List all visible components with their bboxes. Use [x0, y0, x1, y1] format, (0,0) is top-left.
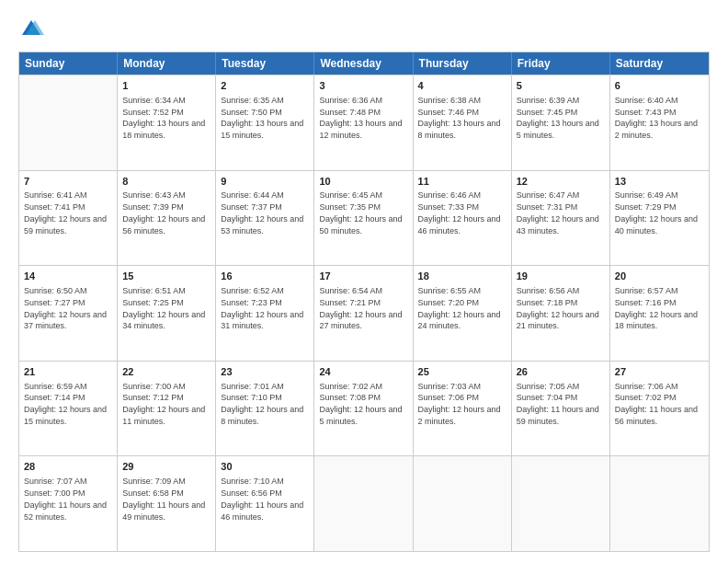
- day-info: Sunrise: 7:05 AM Sunset: 7:04 PM Dayligh…: [517, 382, 599, 426]
- day-number: 18: [418, 270, 506, 283]
- logo-icon: [18, 17, 44, 42]
- day-number: 29: [122, 460, 210, 474]
- header-day: Saturday: [610, 52, 709, 75]
- day-number: 26: [517, 365, 605, 379]
- calendar-cell: [314, 456, 413, 551]
- calendar-cell: [610, 456, 709, 551]
- day-number: 12: [517, 175, 605, 189]
- calendar-week: 21Sunrise: 6:59 AM Sunset: 7:14 PM Dayli…: [19, 361, 709, 456]
- day-number: 7: [24, 175, 112, 189]
- day-number: 2: [221, 79, 309, 93]
- day-number: 3: [319, 79, 407, 93]
- day-info: Sunrise: 6:55 AM Sunset: 7:20 PM Dayligh…: [418, 286, 501, 330]
- calendar-cell: 1Sunrise: 6:34 AM Sunset: 7:52 PM Daylig…: [118, 75, 216, 170]
- day-info: Sunrise: 7:06 AM Sunset: 7:02 PM Dayligh…: [615, 382, 698, 426]
- calendar-week: 28Sunrise: 7:07 AM Sunset: 7:00 PM Dayli…: [19, 455, 709, 551]
- day-number: 19: [517, 270, 605, 283]
- calendar-cell: 12Sunrise: 6:47 AM Sunset: 7:31 PM Dayli…: [512, 171, 610, 266]
- calendar-cell: 9Sunrise: 6:44 AM Sunset: 7:37 PM Daylig…: [216, 171, 314, 266]
- day-number: 15: [122, 270, 210, 283]
- day-info: Sunrise: 6:52 AM Sunset: 7:23 PM Dayligh…: [221, 286, 303, 330]
- day-info: Sunrise: 6:49 AM Sunset: 7:29 PM Dayligh…: [615, 190, 698, 235]
- day-number: 11: [418, 175, 506, 189]
- calendar-week: 14Sunrise: 6:50 AM Sunset: 7:27 PM Dayli…: [19, 265, 709, 361]
- calendar-cell: 26Sunrise: 7:05 AM Sunset: 7:04 PM Dayli…: [512, 362, 610, 456]
- header: [18, 17, 710, 42]
- calendar-cell: 10Sunrise: 6:45 AM Sunset: 7:35 PM Dayli…: [314, 171, 413, 266]
- day-number: 21: [24, 365, 112, 379]
- calendar-week: 7Sunrise: 6:41 AM Sunset: 7:41 PM Daylig…: [19, 170, 709, 266]
- day-info: Sunrise: 6:41 AM Sunset: 7:41 PM Dayligh…: [24, 190, 107, 235]
- day-number: 1: [122, 79, 210, 93]
- calendar-cell: 8Sunrise: 6:43 AM Sunset: 7:39 PM Daylig…: [118, 171, 216, 266]
- day-info: Sunrise: 6:56 AM Sunset: 7:18 PM Dayligh…: [517, 286, 599, 330]
- day-info: Sunrise: 6:51 AM Sunset: 7:25 PM Dayligh…: [122, 286, 205, 330]
- day-info: Sunrise: 6:54 AM Sunset: 7:21 PM Dayligh…: [319, 286, 402, 330]
- header-day: Sunday: [19, 52, 118, 75]
- calendar-cell: 22Sunrise: 7:00 AM Sunset: 7:12 PM Dayli…: [118, 362, 216, 456]
- calendar: SundayMondayTuesdayWednesdayThursdayFrid…: [18, 52, 710, 552]
- day-info: Sunrise: 6:38 AM Sunset: 7:46 PM Dayligh…: [418, 96, 501, 140]
- day-info: Sunrise: 7:01 AM Sunset: 7:10 PM Dayligh…: [221, 382, 303, 426]
- calendar-cell: 27Sunrise: 7:06 AM Sunset: 7:02 PM Dayli…: [610, 362, 709, 456]
- calendar-cell: [414, 456, 512, 551]
- calendar-cell: 25Sunrise: 7:03 AM Sunset: 7:06 PM Dayli…: [414, 362, 512, 456]
- day-info: Sunrise: 6:44 AM Sunset: 7:37 PM Dayligh…: [221, 190, 303, 235]
- calendar-cell: 14Sunrise: 6:50 AM Sunset: 7:27 PM Dayli…: [19, 266, 118, 361]
- day-number: 24: [319, 365, 407, 379]
- header-day: Tuesday: [216, 52, 314, 75]
- day-number: 5: [517, 79, 605, 93]
- day-info: Sunrise: 6:45 AM Sunset: 7:35 PM Dayligh…: [319, 190, 402, 235]
- day-info: Sunrise: 6:50 AM Sunset: 7:27 PM Dayligh…: [24, 286, 107, 330]
- day-info: Sunrise: 6:35 AM Sunset: 7:50 PM Dayligh…: [221, 96, 303, 140]
- day-info: Sunrise: 6:59 AM Sunset: 7:14 PM Dayligh…: [24, 382, 107, 426]
- day-number: 9: [221, 175, 309, 189]
- calendar-cell: 20Sunrise: 6:57 AM Sunset: 7:16 PM Dayli…: [610, 266, 709, 361]
- calendar-cell: 4Sunrise: 6:38 AM Sunset: 7:46 PM Daylig…: [414, 75, 512, 170]
- day-info: Sunrise: 6:47 AM Sunset: 7:31 PM Dayligh…: [517, 190, 599, 235]
- calendar-cell: 2Sunrise: 6:35 AM Sunset: 7:50 PM Daylig…: [216, 75, 314, 170]
- day-info: Sunrise: 6:57 AM Sunset: 7:16 PM Dayligh…: [615, 286, 698, 330]
- day-number: 28: [24, 460, 112, 474]
- calendar-cell: 7Sunrise: 6:41 AM Sunset: 7:41 PM Daylig…: [19, 171, 118, 266]
- day-number: 25: [418, 365, 506, 379]
- day-info: Sunrise: 7:02 AM Sunset: 7:08 PM Dayligh…: [319, 382, 402, 426]
- day-info: Sunrise: 6:40 AM Sunset: 7:43 PM Dayligh…: [615, 96, 698, 140]
- day-info: Sunrise: 6:34 AM Sunset: 7:52 PM Dayligh…: [122, 96, 205, 140]
- calendar-body: 1Sunrise: 6:34 AM Sunset: 7:52 PM Daylig…: [19, 75, 709, 551]
- calendar-cell: 15Sunrise: 6:51 AM Sunset: 7:25 PM Dayli…: [118, 266, 216, 361]
- calendar-cell: 16Sunrise: 6:52 AM Sunset: 7:23 PM Dayli…: [216, 266, 314, 361]
- calendar-cell: 18Sunrise: 6:55 AM Sunset: 7:20 PM Dayli…: [414, 266, 512, 361]
- day-number: 14: [24, 270, 112, 283]
- day-info: Sunrise: 6:46 AM Sunset: 7:33 PM Dayligh…: [418, 190, 501, 235]
- calendar-cell: 6Sunrise: 6:40 AM Sunset: 7:43 PM Daylig…: [610, 75, 709, 170]
- calendar-cell: 13Sunrise: 6:49 AM Sunset: 7:29 PM Dayli…: [610, 171, 709, 266]
- calendar-header: SundayMondayTuesdayWednesdayThursdayFrid…: [19, 52, 709, 75]
- calendar-cell: 21Sunrise: 6:59 AM Sunset: 7:14 PM Dayli…: [19, 362, 118, 456]
- day-info: Sunrise: 6:39 AM Sunset: 7:45 PM Dayligh…: [517, 96, 599, 140]
- day-number: 13: [615, 175, 704, 189]
- day-number: 6: [615, 79, 704, 93]
- day-number: 4: [418, 79, 506, 93]
- page: SundayMondayTuesdayWednesdayThursdayFrid…: [0, 0, 728, 563]
- day-info: Sunrise: 7:07 AM Sunset: 7:00 PM Dayligh…: [24, 477, 107, 521]
- day-number: 20: [615, 270, 704, 283]
- day-number: 22: [122, 365, 210, 379]
- calendar-cell: 24Sunrise: 7:02 AM Sunset: 7:08 PM Dayli…: [314, 362, 413, 456]
- calendar-cell: 19Sunrise: 6:56 AM Sunset: 7:18 PM Dayli…: [512, 266, 610, 361]
- calendar-cell: 29Sunrise: 7:09 AM Sunset: 6:58 PM Dayli…: [118, 456, 216, 551]
- day-number: 17: [319, 270, 407, 283]
- calendar-cell: 17Sunrise: 6:54 AM Sunset: 7:21 PM Dayli…: [314, 266, 413, 361]
- header-day: Friday: [512, 52, 610, 75]
- calendar-cell: 23Sunrise: 7:01 AM Sunset: 7:10 PM Dayli…: [216, 362, 314, 456]
- day-info: Sunrise: 7:10 AM Sunset: 6:56 PM Dayligh…: [221, 477, 303, 521]
- calendar-cell: 28Sunrise: 7:07 AM Sunset: 7:00 PM Dayli…: [19, 456, 118, 551]
- day-info: Sunrise: 7:03 AM Sunset: 7:06 PM Dayligh…: [418, 382, 501, 426]
- day-info: Sunrise: 7:09 AM Sunset: 6:58 PM Dayligh…: [122, 477, 205, 521]
- day-info: Sunrise: 6:36 AM Sunset: 7:48 PM Dayligh…: [319, 96, 402, 140]
- logo: [18, 17, 48, 42]
- calendar-cell: 5Sunrise: 6:39 AM Sunset: 7:45 PM Daylig…: [512, 75, 610, 170]
- calendar-cell: [512, 456, 610, 551]
- day-number: 8: [122, 175, 210, 189]
- header-day: Thursday: [414, 52, 512, 75]
